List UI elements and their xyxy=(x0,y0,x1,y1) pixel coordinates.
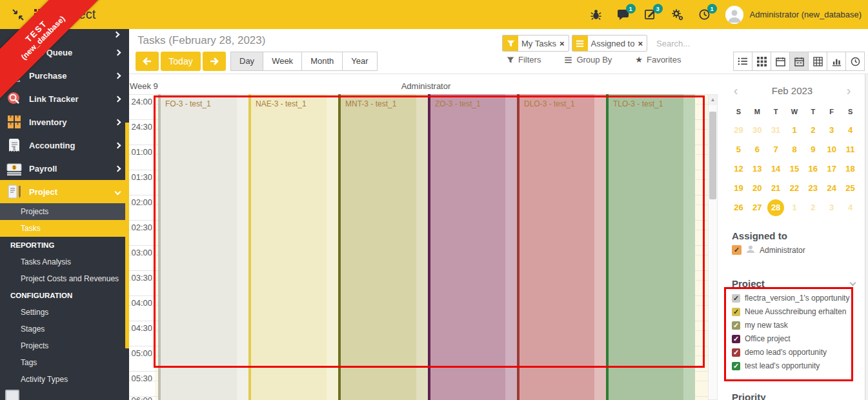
checkbox-checked[interactable]: ✓ xyxy=(732,321,740,330)
scale-month-button[interactable]: Month xyxy=(301,52,343,71)
minical-day[interactable]: 29 xyxy=(729,121,748,140)
minical-day[interactable]: 4 xyxy=(841,121,860,140)
filters-button[interactable]: Filters xyxy=(507,55,541,65)
minical-day[interactable]: 4 xyxy=(841,198,860,217)
checkbox-checked[interactable]: ✓ xyxy=(732,335,740,343)
compress-icon[interactable] xyxy=(12,8,25,21)
settings-gears-icon[interactable] xyxy=(671,8,684,21)
scrollbar-thumb[interactable] xyxy=(709,112,716,199)
group-by-button[interactable]: Group By xyxy=(564,55,612,65)
sidebar-item-tasks-analysis[interactable]: Tasks Analysis xyxy=(0,254,129,270)
sidebar-item-projects-config[interactable]: Projects xyxy=(0,337,129,354)
minical-day[interactable]: 23 xyxy=(803,179,822,198)
sidebar-scrollbar[interactable] xyxy=(125,123,129,348)
minical-day[interactable]: 21 xyxy=(767,179,785,198)
prev-month-icon[interactable]: ‹ xyxy=(723,83,749,98)
pivot-view-button[interactable] xyxy=(808,52,827,71)
scale-day-button[interactable]: Day xyxy=(230,52,263,71)
calendar-day-view-button[interactable] xyxy=(789,52,809,71)
user-menu[interactable]: Administrator (new_database) xyxy=(750,10,862,19)
minical-day[interactable]: 31 xyxy=(767,121,785,140)
activities-clock-icon[interactable]: 1 xyxy=(698,8,711,21)
checkbox-checked[interactable]: ✓ xyxy=(732,308,740,316)
graph-view-button[interactable] xyxy=(827,52,846,71)
facet-close-icon[interactable]: × xyxy=(638,39,647,48)
sidebar-item-link-tracker[interactable]: Link Tracker xyxy=(0,87,129,110)
scrollbar-up-icon[interactable]: ▲ xyxy=(709,95,717,105)
minical-day[interactable]: 8 xyxy=(785,140,804,159)
prev-period-button[interactable] xyxy=(136,52,159,71)
minical-day[interactable]: 24 xyxy=(822,179,841,198)
sidebar-item-settings[interactable]: Settings xyxy=(0,304,129,321)
calendar-event[interactable]: ZO-3 - test_1 xyxy=(428,94,517,400)
assigned-filter-item[interactable]: ✓ Administrator xyxy=(732,245,805,255)
minical-day[interactable]: 30 xyxy=(748,121,767,140)
sidebar-item-stages[interactable]: Stages xyxy=(0,321,129,337)
minical-day[interactable]: 20 xyxy=(748,179,767,198)
calendar-grid[interactable]: 24:00 24:30 01:00 01:30 02:00 02:30 03:0… xyxy=(129,94,708,400)
project-filter-item[interactable]: ✓ Neue Ausschreibung erhalten xyxy=(732,307,846,316)
next-month-icon[interactable]: › xyxy=(836,83,862,98)
minical-day[interactable]: 17 xyxy=(822,159,841,179)
minical-day[interactable]: 15 xyxy=(785,159,804,179)
bug-icon[interactable] xyxy=(590,8,603,21)
checkbox-checked[interactable]: ✓ xyxy=(732,348,740,357)
minical-day[interactable]: 18 xyxy=(841,159,860,179)
today-button[interactable]: Today xyxy=(161,52,201,71)
project-filter-item[interactable]: ✓ flectra_version_1's opportunity xyxy=(732,294,849,303)
minical-day[interactable]: 1 xyxy=(785,198,804,217)
minical-day[interactable]: 9 xyxy=(803,140,822,159)
minical-day[interactable]: 16 xyxy=(803,159,822,179)
sidebar-item-partial-bottom[interactable] xyxy=(0,388,129,400)
minical-day[interactable]: 1 xyxy=(785,121,804,140)
kanban-view-button[interactable] xyxy=(752,52,771,71)
minical-day[interactable]: 22 xyxy=(785,179,804,198)
checkbox-checked[interactable]: ✓ xyxy=(732,294,740,303)
calendar-view-button[interactable] xyxy=(771,52,790,71)
calendar-event[interactable]: TLO-3 - test_1 xyxy=(606,94,695,400)
minical-day[interactable]: 6 xyxy=(748,140,767,159)
minical-day[interactable]: 26 xyxy=(729,198,748,217)
minical-day[interactable]: 13 xyxy=(748,159,767,179)
scale-year-button[interactable]: Year xyxy=(342,52,377,71)
list-view-button[interactable] xyxy=(733,52,752,71)
sidebar-item-activity-types[interactable]: Activity Types xyxy=(0,371,129,388)
minical-day-selected[interactable]: 28 xyxy=(767,198,785,217)
minical-day[interactable]: 27 xyxy=(748,198,767,217)
calendar-event[interactable]: MNT-3 - test_1 xyxy=(338,94,428,400)
calendar-event[interactable]: NAE-3 - test_1 xyxy=(248,94,338,400)
facet-assigned-to[interactable]: Assigned to × xyxy=(572,35,648,52)
minical-day[interactable]: 10 xyxy=(822,140,841,159)
checkbox-checked[interactable]: ✓ xyxy=(732,245,742,255)
scale-week-button[interactable]: Week xyxy=(263,52,302,71)
project-filter-item[interactable]: ✓ Office project xyxy=(732,334,790,343)
favorites-button[interactable]: ★Favorites xyxy=(635,55,681,65)
sidebar-item-tags[interactable]: Tags xyxy=(0,354,129,371)
minical-day[interactable]: 2 xyxy=(803,121,822,140)
project-filter-item[interactable]: ✓ my new task xyxy=(732,321,788,330)
project-filter-item[interactable]: ✓ demo lead's opportunity xyxy=(732,348,827,357)
chevron-down-icon[interactable] xyxy=(850,280,856,286)
minical-day[interactable]: 14 xyxy=(767,159,785,179)
sidebar-item-payroll[interactable]: $ Payroll xyxy=(0,157,129,180)
notes-icon[interactable]: 3 xyxy=(644,8,657,21)
minical-day[interactable]: 2 xyxy=(803,198,822,217)
project-filter-item[interactable]: ✓ test lead's opportunity xyxy=(732,361,820,370)
activity-view-button[interactable] xyxy=(845,52,865,71)
next-period-button[interactable] xyxy=(203,52,226,71)
minical-day[interactable]: 7 xyxy=(767,140,785,159)
minical-day[interactable]: 3 xyxy=(822,198,841,217)
sidebar-item-projects[interactable]: Projects xyxy=(0,203,129,220)
minical-day[interactable]: 19 xyxy=(729,179,748,198)
minical-day[interactable]: 3 xyxy=(822,121,841,140)
calendar-event[interactable]: FO-3 - test_1 xyxy=(158,94,248,400)
facet-close-icon[interactable]: × xyxy=(560,39,569,48)
messages-icon[interactable]: 1 xyxy=(617,8,630,21)
window-scrollbar[interactable] xyxy=(865,74,868,400)
user-avatar[interactable] xyxy=(725,6,743,24)
facet-my-tasks[interactable]: My Tasks × xyxy=(502,35,569,52)
minical-day[interactable]: 5 xyxy=(729,140,748,159)
calendar-event[interactable]: DLO-3 - test_1 xyxy=(517,94,606,400)
minical-day[interactable]: 25 xyxy=(841,179,860,198)
sidebar-item-tasks[interactable]: Tasks xyxy=(0,220,129,237)
